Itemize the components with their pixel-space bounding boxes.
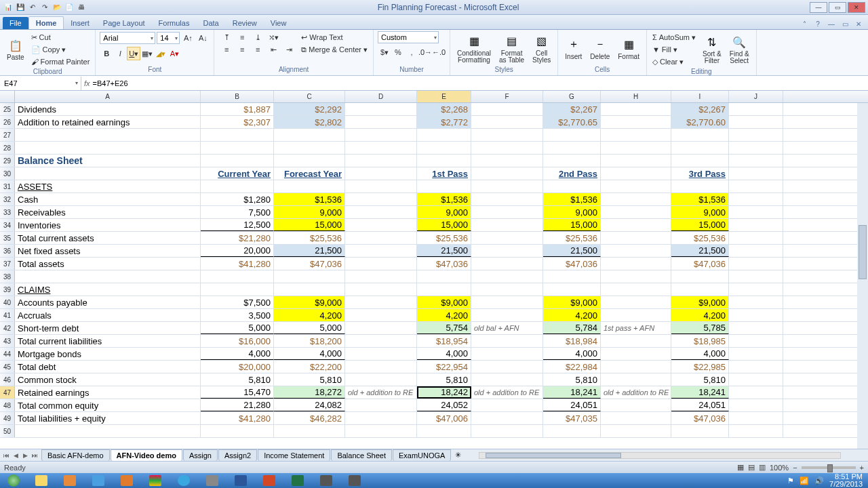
cell-B26[interactable]: $2,307 xyxy=(201,116,274,128)
col-header-A[interactable]: A xyxy=(15,91,201,102)
cell-I28[interactable] xyxy=(671,142,729,154)
cell-A39[interactable]: CLAIMS xyxy=(15,283,201,296)
col-header-D[interactable]: D xyxy=(345,91,417,102)
zoom-in-icon[interactable]: + xyxy=(860,464,864,472)
cell-E31[interactable] xyxy=(417,180,471,192)
cell-I25[interactable]: $2,267 xyxy=(671,103,729,115)
cell-H49[interactable] xyxy=(601,412,671,424)
cell-G31[interactable] xyxy=(543,180,601,192)
open-icon[interactable]: 📂 xyxy=(52,2,62,13)
cell-A32[interactable]: Cash xyxy=(15,193,201,205)
grow-font-button[interactable]: A↑ xyxy=(181,31,195,45)
row-header[interactable]: 27 xyxy=(0,129,15,141)
cell-F44[interactable] xyxy=(471,348,543,360)
cell-G34[interactable]: 15,000 xyxy=(543,219,601,231)
cell-C28[interactable] xyxy=(274,142,345,154)
cell-B29[interactable] xyxy=(201,155,274,167)
cell-J25[interactable] xyxy=(729,103,783,115)
cell-H36[interactable] xyxy=(601,245,671,257)
cell-G47[interactable]: 18,241 xyxy=(543,386,601,399)
fill-color-button[interactable]: ◢▾ xyxy=(154,47,167,60)
cell-F28[interactable] xyxy=(471,142,543,154)
close-button[interactable]: ✕ xyxy=(848,2,865,13)
find-select-button[interactable]: 🔍Find & Select xyxy=(727,31,752,68)
clear-button[interactable]: ◇ Clear ▾ xyxy=(651,56,697,68)
cell-C31[interactable] xyxy=(274,180,345,192)
sort-filter-button[interactable]: ⇅Sort & Filter xyxy=(700,31,724,68)
cell-F37[interactable] xyxy=(471,258,543,270)
cell-I26[interactable]: $2,770.60 xyxy=(671,116,729,128)
cell-E44[interactable]: 4,000 xyxy=(417,348,471,360)
cell-E37[interactable]: $47,036 xyxy=(417,258,471,270)
cell-I31[interactable] xyxy=(671,180,729,192)
cell-B31[interactable] xyxy=(201,180,274,192)
cell-D46[interactable] xyxy=(345,373,417,386)
cell-I43[interactable]: $18,985 xyxy=(671,335,729,347)
cell-J28[interactable] xyxy=(729,142,783,154)
row-header[interactable]: 32 xyxy=(0,193,15,205)
cell-H34[interactable] xyxy=(601,219,671,231)
wrap-text-button[interactable]: ↩ Wrap Text xyxy=(300,31,369,43)
cell-G48[interactable]: 24,051 xyxy=(543,399,601,411)
copy-button[interactable]: 📄 Copy ▾ xyxy=(30,43,92,56)
cell-J35[interactable] xyxy=(729,232,783,244)
sheet-tab[interactable]: AFN-Video demo xyxy=(111,449,182,461)
taskbar-ie-icon[interactable] xyxy=(85,474,112,487)
cell-H39[interactable] xyxy=(601,283,671,296)
cell-J49[interactable] xyxy=(729,412,783,424)
cell-F42[interactable]: old bal + AFN xyxy=(471,322,543,334)
cell-I27[interactable] xyxy=(671,129,729,141)
save-icon[interactable]: 💾 xyxy=(15,2,26,13)
cell-D35[interactable] xyxy=(345,232,417,244)
cell-I44[interactable]: 4,000 xyxy=(671,348,729,360)
paste-button[interactable]: 📋Paste xyxy=(4,31,27,68)
comma-button[interactable]: , xyxy=(405,45,418,59)
cell-D28[interactable] xyxy=(345,142,417,154)
cell-J47[interactable] xyxy=(729,386,783,399)
cell-B47[interactable]: 15,470 xyxy=(201,386,274,399)
sheet-last-icon[interactable]: ⏭ xyxy=(30,452,39,459)
print-icon[interactable]: 🖶 xyxy=(76,2,87,13)
tab-formulas[interactable]: Formulas xyxy=(152,17,197,29)
cell-E36[interactable]: 21,500 xyxy=(417,245,471,257)
cell-F32[interactable] xyxy=(471,193,543,205)
minimize-ribbon-icon[interactable]: ˄ xyxy=(799,18,810,29)
cell-B39[interactable] xyxy=(201,283,274,296)
cell-J45[interactable] xyxy=(729,361,783,373)
cell-G44[interactable]: 4,000 xyxy=(543,348,601,360)
cell-G27[interactable] xyxy=(543,129,601,141)
align-center-button[interactable]: ≡ xyxy=(235,43,249,56)
row-header[interactable]: 31 xyxy=(0,180,15,192)
cell-D44[interactable] xyxy=(345,348,417,360)
cell-F43[interactable] xyxy=(471,335,543,347)
cell-C26[interactable]: $2,802 xyxy=(274,116,345,128)
zoom-level[interactable]: 100% xyxy=(770,464,789,472)
cell-C30[interactable]: Forecast Year xyxy=(274,167,345,180)
cell-C47[interactable]: 18,272 xyxy=(274,386,345,399)
cell-I32[interactable]: $1,536 xyxy=(671,193,729,205)
cell-A43[interactable]: Total current liabilities xyxy=(15,335,201,347)
cell-D41[interactable] xyxy=(345,309,417,321)
cell-E46[interactable]: 5,810 xyxy=(417,373,471,386)
cell-A49[interactable]: Total liabilities + equity xyxy=(15,412,201,424)
cell-D34[interactable] xyxy=(345,219,417,231)
cell-styles-button[interactable]: ▧Cell Styles xyxy=(530,31,553,66)
cell-C41[interactable]: 4,200 xyxy=(274,309,345,321)
cell-B33[interactable]: 7,500 xyxy=(201,206,274,218)
format-painter-button[interactable]: 🖌 Format Painter xyxy=(30,56,92,68)
cell-I45[interactable]: $22,985 xyxy=(671,361,729,373)
view-normal-icon[interactable]: ▦ xyxy=(737,463,744,472)
underline-button[interactable]: U▾ xyxy=(127,47,140,60)
shrink-font-button[interactable]: A↓ xyxy=(196,31,210,45)
align-bottom-button[interactable]: ⤓ xyxy=(251,31,264,43)
cell-I39[interactable] xyxy=(671,283,729,296)
currency-button[interactable]: $▾ xyxy=(378,45,391,59)
cell-C39[interactable] xyxy=(274,283,345,296)
cell-E38[interactable] xyxy=(417,270,471,283)
cell-B28[interactable] xyxy=(201,142,274,154)
cell-B34[interactable]: 12,500 xyxy=(201,219,274,231)
cell-B32[interactable]: $1,280 xyxy=(201,193,274,205)
fill-button[interactable]: ▼ Fill ▾ xyxy=(651,43,697,56)
cell-H38[interactable] xyxy=(601,270,671,283)
cell-B38[interactable] xyxy=(201,270,274,283)
